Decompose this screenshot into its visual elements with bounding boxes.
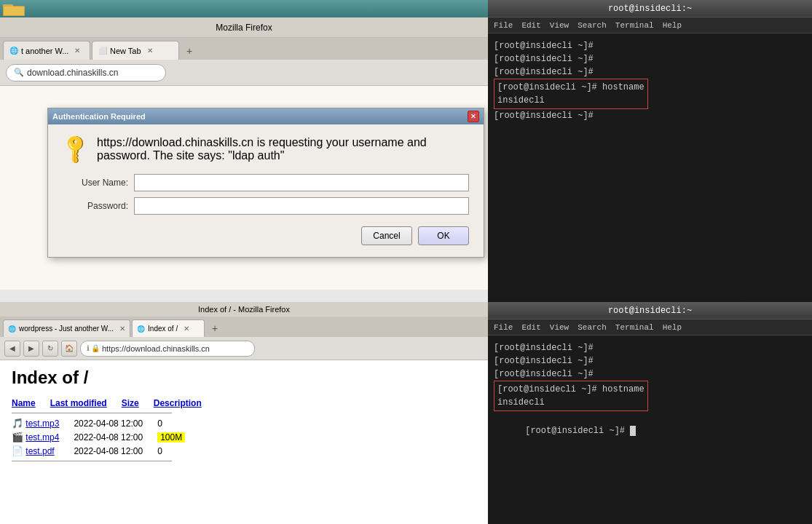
address-text-bottom: https://download.chinaskills.cn [102, 344, 210, 353]
tab-close-1[interactable]: ✕ [147, 47, 153, 55]
terminal-menu-search-top[interactable]: Search [578, 21, 607, 30]
term-line-b5-text: [root@insidecli ~]# [525, 426, 630, 436]
terminal-menu-terminal-top[interactable]: Terminal [615, 21, 654, 30]
search-icon: 🔍 [14, 68, 24, 77]
file-size-mp4-highlight: 100M [157, 432, 185, 442]
tab-close-0[interactable]: ✕ [74, 47, 80, 55]
terminal-menu-terminal-bottom[interactable]: Terminal [615, 323, 654, 332]
terminal-menu-view-top[interactable]: View [550, 21, 569, 30]
terminal-menu-edit-bottom[interactable]: Edit [521, 323, 540, 332]
btab-close-1[interactable]: ✕ [184, 325, 189, 333]
key-icon: 🔑 [58, 130, 92, 165]
file-date-pdf: 2022-04-08 12:00 [74, 444, 157, 458]
address-input-bottom[interactable]: ℹ 🔒 https://download.chinaskills.cn [80, 341, 255, 357]
new-tab-button-bottom[interactable]: + [206, 319, 224, 337]
btab-close-0[interactable]: ✕ [119, 325, 125, 333]
term-line-t5: [root@insidecli ~]# [494, 109, 806, 122]
terminal-menu-file-bottom[interactable]: File [494, 323, 513, 332]
term-line-t4: insidecli [497, 94, 645, 107]
file-link-mp4[interactable]: test.mp4 [25, 432, 59, 442]
btab-favicon-1: 🌐 [137, 325, 145, 333]
password-label: Password: [63, 201, 128, 211]
index-table: Name Last modified Size Description [12, 397, 216, 410]
index-divider-bottom [12, 461, 172, 461]
dialog-info: 🔑 https://download.chinaskills.cn is req… [63, 136, 469, 162]
term-line-b5: [root@insidecli ~]# [494, 411, 806, 450]
firefox-title-bottom: Index of / - Mozilla Firefox [198, 305, 290, 314]
terminal-title-top: root@insidecli:~ [608, 4, 692, 14]
index-table-header: Name Last modified Size Description [12, 397, 216, 410]
home-button[interactable]: 🏠 [61, 341, 77, 357]
file-size-pdf: 0 [157, 444, 200, 458]
terminal-menubar-top: File Edit View Search Terminal Help [488, 17, 812, 33]
dialog-form: User Name: Password: [63, 174, 469, 215]
file-row-mp3: 🎵 test.mp3 2022-04-08 12:00 0 [12, 416, 214, 430]
file-desc-pdf [200, 444, 214, 458]
file-size-mp4: 100M [157, 430, 200, 444]
terminal-menu-file-top[interactable]: File [494, 21, 513, 30]
firefox-window-bottom: Index of / - Mozilla Firefox 🌐 wordpress… [0, 302, 488, 524]
col-name[interactable]: Name [12, 397, 50, 410]
dialog-titlebar: Authentication Required ✕ [48, 108, 484, 124]
file-icon-mp4: 🎬 test.mp4 [12, 430, 74, 444]
term-line-b1: [root@insidecli ~]# [494, 354, 806, 368]
address-input-top[interactable]: 🔍 download.chinaskills.cn [6, 64, 166, 82]
new-tab-button[interactable]: + [181, 42, 198, 60]
firefox-titlebar-bottom: Index of / - Mozilla Firefox [0, 302, 488, 317]
term-line-b0: [root@insidecli ~]# [494, 341, 806, 354]
file-row-pdf: 📄 test.pdf 2022-04-08 12:00 0 [12, 444, 214, 458]
dialog-close-button[interactable]: ✕ [468, 111, 479, 122]
btab-favicon-0: 🌐 [8, 325, 16, 333]
tab-label-0: t another W... [21, 47, 68, 55]
col-size[interactable]: Size [122, 397, 154, 410]
tab-favicon-1: ⬜ [98, 47, 107, 55]
term-line-t2: [root@insidecli ~]# [494, 66, 806, 79]
username-input[interactable] [134, 174, 469, 191]
forward-button[interactable]: ▶ [23, 341, 39, 357]
term-line-t0: [root@insidecli ~]# [494, 39, 806, 52]
term-highlight-bottom: [root@insidecli ~]# hostname insidecli [494, 381, 806, 411]
back-button[interactable]: ◀ [4, 341, 20, 357]
btab-label-0: wordpress - Just another W... [19, 325, 114, 333]
term-line-b4: insidecli [497, 396, 645, 409]
terminal-menu-view-bottom[interactable]: View [550, 323, 569, 332]
dialog-title: Authentication Required [52, 112, 146, 121]
address-text-top: download.chinaskills.cn [27, 68, 118, 78]
dialog-message: https://download.chinaskills.cn is reque… [97, 136, 469, 162]
password-input[interactable] [134, 197, 469, 215]
index-page-title: Index of / [12, 368, 476, 388]
file-icon-pdf: 📄 test.pdf [12, 444, 74, 458]
terminal-menu-help-bottom[interactable]: Help [663, 323, 682, 332]
file-link-mp3[interactable]: test.mp3 [25, 418, 59, 429]
terminal-content-bottom: [root@insidecli ~]# [root@insidecli ~]# … [488, 336, 812, 456]
terminal-titlebar-bottom: root@insidecli:~ [488, 302, 812, 319]
index-page-content: Index of / Name Last modified Size Descr… [0, 360, 488, 472]
terminal-window-bottom: root@insidecli:~ File Edit View Search T… [488, 302, 812, 524]
cancel-button[interactable]: Cancel [361, 226, 412, 245]
firefox-title-top: Mozilla Firefox [216, 23, 272, 33]
tab-label-1: New Tab [110, 47, 141, 55]
lock-icon: 🔒 [91, 344, 100, 352]
index-files-table: 🎵 test.mp3 2022-04-08 12:00 0 🎬 test.mp4… [12, 416, 214, 458]
terminal-menubar-bottom: File Edit View Search Terminal Help [488, 319, 812, 336]
file-date-mp3: 2022-04-08 12:00 [74, 416, 157, 430]
terminal-menu-search-bottom[interactable]: Search [578, 323, 607, 332]
address-bar-top: 🔍 download.chinaskills.cn [0, 60, 488, 86]
terminal-window-top: root@insidecli:~ File Edit View Search T… [488, 0, 812, 302]
tab-favicon: 🌐 [9, 47, 18, 55]
file-link-pdf[interactable]: test.pdf [25, 446, 54, 456]
tab-index[interactable]: 🌐 Index of / ✕ [132, 319, 205, 337]
terminal-titlebar-top: root@insidecli:~ [488, 0, 812, 17]
col-description[interactable]: Description [154, 397, 216, 410]
col-modified[interactable]: Last modified [50, 397, 122, 410]
tab-wordpress[interactable]: 🌐 wordpress - Just another W... ✕ [3, 319, 130, 337]
terminal-menu-help-top[interactable]: Help [663, 21, 682, 30]
reload-button[interactable]: ↻ [42, 341, 58, 357]
ok-button[interactable]: OK [418, 226, 469, 245]
terminal-menu-edit-top[interactable]: Edit [521, 21, 540, 30]
tab-newtab[interactable]: ⬜ New Tab ✕ [92, 41, 179, 60]
address-bar-bottom: ◀ ▶ ↻ 🏠 ℹ 🔒 https://download.chinaskills… [0, 337, 488, 360]
file-desc-mp3 [200, 416, 214, 430]
tab-another[interactable]: 🌐 t another W... ✕ [3, 41, 90, 60]
term-line-b3: [root@insidecli ~]# hostname [497, 383, 645, 396]
